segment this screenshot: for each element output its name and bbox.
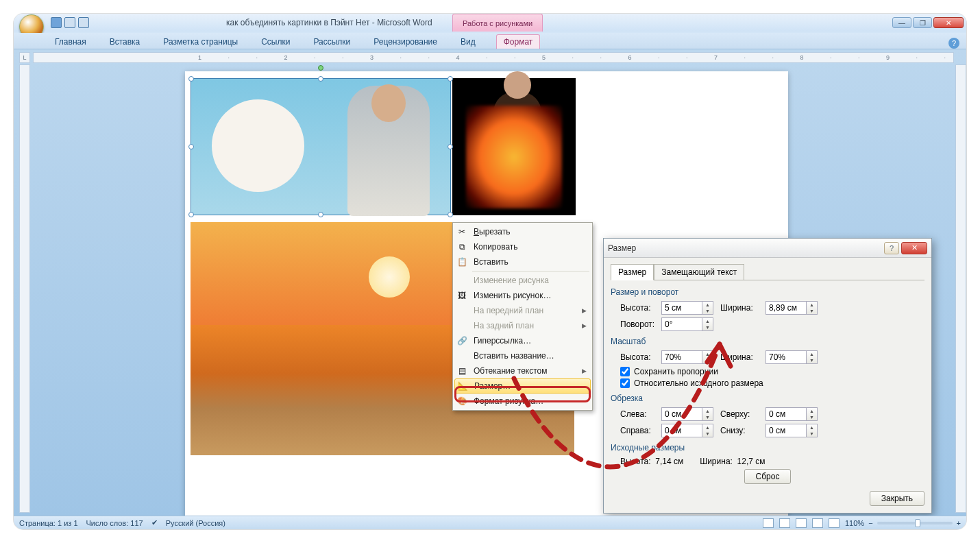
resize-handle[interactable] [448, 212, 453, 217]
format-icon: 🎨 [456, 395, 468, 407]
dialog-tab-size[interactable]: Размер [611, 264, 654, 280]
dialog-close-button[interactable]: ✕ [901, 242, 927, 254]
ruler-corner: L [19, 52, 30, 63]
group-size-rotate: Размер и поворот [611, 287, 924, 297]
vertical-scrollbar[interactable] [955, 64, 966, 513]
input-crop-top[interactable] [765, 407, 807, 421]
minimize-button[interactable]: — [892, 17, 911, 28]
dialog-tab-alt-text[interactable]: Замещающий текст [654, 264, 744, 280]
window-title: как объединять картинки в Пэйнт Нет - Mi… [226, 18, 432, 27]
view-outline-icon[interactable] [812, 518, 823, 528]
input-crop-bottom[interactable] [765, 424, 807, 437]
zoom-slider[interactable] [877, 522, 953, 524]
spinner-rotate[interactable]: ▲▼ [702, 317, 713, 331]
menu-insert-caption[interactable]: Вставить название… [454, 348, 591, 363]
image-fire[interactable] [452, 78, 576, 215]
undo-icon[interactable] [64, 17, 75, 28]
wrap-icon: ▤ [456, 365, 468, 377]
dialog-close-btn[interactable]: Закрыть [870, 491, 924, 506]
tab-insert[interactable]: Вставка [107, 35, 143, 49]
size-icon: 📐 [456, 380, 469, 392]
group-crop: Обрезка [611, 394, 924, 403]
label-scale-height: Высота: [620, 352, 654, 362]
label-width: Ширина: [720, 303, 759, 313]
view-draft-icon[interactable] [829, 518, 840, 528]
status-language[interactable]: Русский (Россия) [166, 519, 225, 527]
label-scale-width: Ширина: [720, 352, 759, 362]
image-selected[interactable] [191, 78, 451, 215]
resize-handle[interactable] [448, 76, 453, 82]
scissors-icon: ✂ [456, 226, 468, 238]
spinner-width[interactable]: ▲▼ [807, 301, 818, 315]
view-print-layout-icon[interactable] [763, 518, 774, 528]
save-icon[interactable] [51, 17, 62, 28]
status-word-count[interactable]: Число слов: 117 [86, 519, 143, 527]
dialog-title: Размер [608, 243, 636, 253]
menu-paste[interactable]: 📋Вставить [454, 254, 591, 269]
word-window: как объединять картинки в Пэйнт Нет - Mi… [14, 14, 966, 529]
checkbox-relative-original[interactable] [620, 378, 630, 388]
context-menu: ✂Вырезать ⧉Копировать 📋Вставить Изменени… [452, 222, 593, 411]
menu-edit-image: Изменение рисунка [454, 273, 591, 288]
tab-view[interactable]: Вид [458, 35, 478, 49]
status-bar: Страница: 1 из 1 Число слов: 117 ✔ Русск… [14, 516, 966, 529]
menu-format-picture[interactable]: 🎨Формат рисунка… [454, 394, 591, 409]
resize-handle[interactable] [188, 76, 194, 82]
input-width[interactable] [765, 301, 807, 315]
input-rotate[interactable] [661, 317, 702, 331]
workspace: L 1 · · 2 · · 3 · · 4 · · 5 · · 6 · · 7 … [14, 49, 966, 516]
label-crop-right: Справа: [620, 426, 654, 435]
view-web-layout-icon[interactable] [796, 518, 807, 528]
resize-handle[interactable] [318, 76, 323, 82]
help-icon[interactable]: ? [948, 38, 959, 49]
zoom-out-button[interactable]: − [868, 519, 872, 527]
label-rotate: Поворот: [620, 319, 654, 329]
ribbon-tabs: Главная Вставка Разметка страницы Ссылки… [14, 33, 966, 49]
label-crop-left: Слева: [620, 409, 654, 419]
input-crop-right[interactable] [661, 424, 702, 437]
spinner-scale-h[interactable]: ▲▼ [702, 350, 713, 364]
input-crop-left[interactable] [661, 407, 702, 421]
status-proofing-icon[interactable]: ✔ [151, 518, 158, 527]
menu-bring-front: На передний план▶ [454, 303, 591, 318]
label-crop-top: Сверху: [720, 409, 759, 419]
size-dialog: Размер ? ✕ Размер Замещающий текст Разме… [603, 238, 932, 514]
dialog-help-button[interactable]: ? [884, 242, 899, 254]
reset-button[interactable]: Сброс [744, 469, 792, 484]
tab-mailings[interactable]: Рассылки [310, 35, 353, 49]
resize-handle[interactable] [318, 212, 323, 217]
menu-copy[interactable]: ⧉Копировать [454, 239, 591, 254]
input-scale-width[interactable] [765, 350, 807, 364]
resize-handle[interactable] [188, 212, 194, 217]
tab-references[interactable]: Ссылки [258, 35, 293, 49]
redo-icon[interactable] [78, 17, 89, 28]
horizontal-ruler: 1 · · 2 · · 3 · · 4 · · 5 · · 6 · · 7 · … [33, 52, 954, 63]
status-page[interactable]: Страница: 1 из 1 [19, 519, 78, 527]
resize-handle[interactable] [448, 144, 453, 149]
close-button[interactable]: ✕ [933, 17, 964, 28]
maximize-button[interactable]: ❐ [913, 17, 932, 28]
dialog-titlebar[interactable]: Размер ? ✕ [604, 239, 931, 258]
view-full-screen-icon[interactable] [779, 518, 790, 528]
tab-review[interactable]: Рецензирование [371, 35, 440, 49]
resize-handle[interactable] [188, 144, 194, 149]
tab-home[interactable]: Главная [52, 35, 89, 49]
label-height: Высота: [620, 303, 654, 313]
menu-text-wrap[interactable]: ▤Обтекание текстом▶ [454, 363, 591, 378]
spinner-height[interactable]: ▲▼ [702, 301, 713, 315]
input-scale-height[interactable] [661, 350, 702, 364]
tab-format[interactable]: Формат [496, 34, 541, 49]
vertical-ruler [19, 64, 30, 513]
spinner-scale-w[interactable]: ▲▼ [807, 350, 818, 364]
menu-hyperlink[interactable]: 🔗Гиперссылка… [454, 333, 591, 348]
tab-page-layout[interactable]: Разметка страницы [160, 35, 241, 49]
checkbox-lock-aspect[interactable] [620, 367, 630, 376]
menu-change-image[interactable]: 🖼Изменить рисунок… [454, 288, 591, 303]
zoom-in-button[interactable]: + [957, 519, 961, 527]
menu-size[interactable]: 📐Размер… [454, 378, 591, 394]
rotation-handle[interactable] [318, 65, 323, 71]
zoom-value[interactable]: 110% [845, 519, 864, 527]
menu-cut[interactable]: ✂Вырезать [454, 224, 591, 239]
hyperlink-icon: 🔗 [456, 335, 468, 347]
input-height[interactable] [661, 301, 702, 315]
